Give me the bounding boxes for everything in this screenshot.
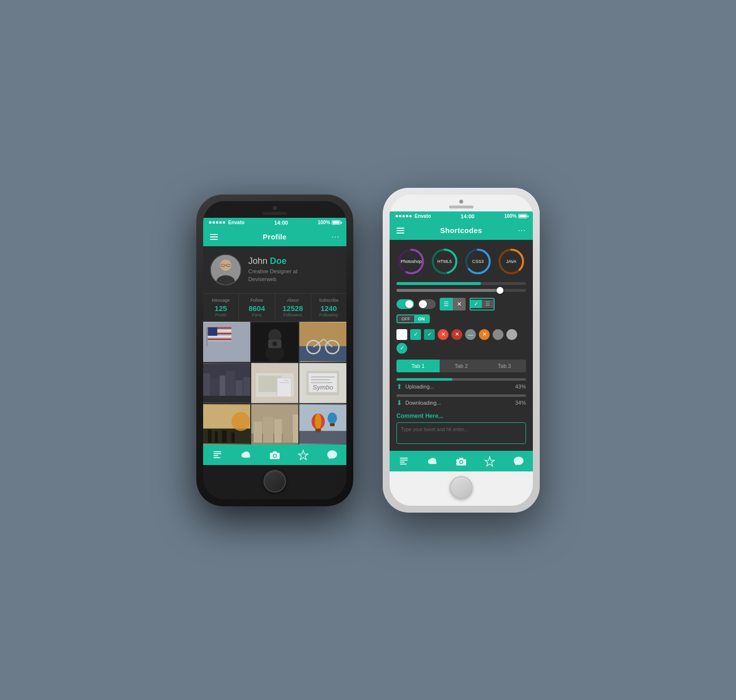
stat-subscribe[interactable]: Subscribe 1240 Following: [311, 294, 346, 321]
tab-camera-right[interactable]: [447, 456, 475, 467]
tab-news-left[interactable]: [203, 449, 232, 460]
progress-fill-download: [396, 394, 441, 397]
checkbox-circle-gray[interactable]: [506, 329, 517, 340]
tab-2[interactable]: Tab 2: [440, 360, 483, 372]
slider-1[interactable]: [396, 282, 526, 285]
checkbox-checked-green[interactable]: ✓: [410, 329, 421, 340]
progress-section: ⬆ Uploading... 43% ⬇: [396, 378, 526, 407]
photo-6[interactable]: Symbo: [299, 363, 346, 403]
tab-news-right[interactable]: [390, 456, 418, 467]
photo-2[interactable]: [251, 322, 298, 362]
svg-rect-44: [306, 371, 339, 395]
photo-5[interactable]: [251, 363, 298, 403]
checkbox-x-red[interactable]: ✕: [438, 329, 448, 340]
svg-rect-51: [203, 428, 250, 443]
svg-rect-39: [258, 375, 282, 392]
checkbox-checked-teal[interactable]: ✓: [424, 329, 435, 340]
tab-bar-left: [203, 444, 346, 465]
svg-line-28: [314, 339, 324, 347]
svg-point-93: [460, 461, 463, 463]
checkbox-x-dark[interactable]: ✕: [451, 329, 462, 340]
phone-top-bezel-right: [390, 195, 533, 211]
svg-rect-74: [213, 457, 220, 458]
svg-rect-16: [251, 322, 298, 361]
checkbox-empty[interactable]: [396, 329, 407, 340]
slider-section: [396, 282, 526, 292]
slider-2[interactable]: [396, 289, 526, 292]
more-menu-right[interactable]: ···: [518, 226, 526, 235]
more-menu-left[interactable]: ···: [332, 233, 340, 241]
tab-cloud-left[interactable]: [232, 449, 260, 460]
progress-track-upload: [396, 378, 526, 381]
stats-row: Message 125 Posts Follow 8604 Fans About…: [203, 293, 346, 322]
hamburger-menu-right[interactable]: [396, 228, 404, 233]
home-button-right[interactable]: [450, 476, 473, 499]
tab-chat-right[interactable]: [504, 456, 533, 467]
svg-rect-38: [256, 373, 294, 396]
tab-star-right[interactable]: [475, 456, 504, 467]
time-right: 14:00: [461, 213, 474, 219]
toggle-box-1[interactable]: ☰ ✕: [440, 298, 466, 311]
photo-1[interactable]: [203, 322, 250, 362]
signal-dots: [209, 221, 225, 224]
checkbox-check-teal[interactable]: ✓: [396, 343, 407, 354]
slider-thumb: [497, 287, 503, 294]
tab-camera-left[interactable]: [261, 449, 289, 460]
checkbox-x-orange[interactable]: ✕: [479, 329, 490, 340]
progress-track-download: [396, 394, 526, 397]
stat-follow[interactable]: Follow 8604 Fans: [239, 294, 275, 321]
svg-rect-72: [213, 453, 221, 454]
battery-icon-left: [332, 220, 341, 225]
skill-photoshop: Photoshop: [396, 247, 426, 276]
home-button-left[interactable]: [263, 470, 286, 493]
off-label: OFF: [397, 315, 414, 322]
profile-name: John Doe: [248, 256, 340, 266]
upload-icon: ⬆: [396, 383, 402, 390]
svg-text:Symbo: Symbo: [313, 384, 333, 391]
photo-4[interactable]: [203, 363, 250, 403]
tab-chat-left[interactable]: [318, 449, 346, 460]
svg-rect-64: [299, 405, 346, 443]
svg-point-69: [328, 413, 337, 424]
photo-3[interactable]: [299, 322, 346, 362]
svg-rect-12: [208, 336, 232, 337]
tab-3[interactable]: Tab 3: [483, 360, 526, 372]
svg-rect-50: [203, 405, 250, 443]
status-bar-left: Envato 14:00 100%: [203, 218, 346, 228]
checkbox-circle-empty[interactable]: [493, 329, 503, 340]
screen-right: Envato 14:00 100% Shortcodes ···: [390, 211, 533, 471]
svg-rect-36: [203, 395, 250, 402]
toggle-box-2[interactable]: ✓ ☰: [470, 298, 495, 311]
svg-rect-32: [220, 375, 226, 402]
svg-rect-60: [263, 416, 273, 442]
tab-cloud-right[interactable]: [418, 456, 447, 467]
svg-rect-34: [236, 380, 242, 402]
stat-about[interactable]: About 12528 Followers: [275, 294, 311, 321]
svg-rect-63: [292, 414, 298, 442]
off-on-toggle[interactable]: OFF ON: [396, 314, 430, 323]
skill-java-label: JAVA: [506, 259, 516, 264]
svg-rect-8: [208, 327, 232, 341]
photo-7[interactable]: [203, 404, 250, 444]
photo-9[interactable]: [299, 404, 346, 444]
speaker-grill-right: [449, 206, 473, 208]
skill-html5-label: HTML5: [437, 259, 452, 264]
toggle-2-off[interactable]: [418, 299, 436, 309]
nav-bar-right: Shortcodes ···: [390, 221, 533, 240]
nav-bar-left: Profile ···: [203, 228, 346, 246]
svg-rect-10: [208, 330, 232, 332]
photo-8[interactable]: [251, 404, 298, 444]
profile-info: John Doe Creative Designer at Deviserweb: [248, 256, 340, 283]
tab-star-left[interactable]: [289, 449, 317, 460]
hamburger-menu-left[interactable]: [210, 234, 218, 240]
tab-1[interactable]: Tab 1: [396, 360, 440, 372]
toggles-row: ☰ ✕ ✓ ☰ OFF ON: [396, 298, 526, 323]
toggle-1-on[interactable]: [396, 299, 414, 309]
phone-bottom-bezel-right: [390, 471, 533, 506]
progress-header-download: ⬇ Downloading... 34%: [396, 399, 526, 407]
toggle-knob-2: [419, 300, 427, 308]
svg-point-66: [312, 413, 325, 429]
checkbox-minus[interactable]: —: [465, 329, 476, 340]
comment-input[interactable]: Type your tweet and hit enter...: [396, 422, 526, 444]
stat-message[interactable]: Message 125 Posts: [203, 294, 239, 321]
